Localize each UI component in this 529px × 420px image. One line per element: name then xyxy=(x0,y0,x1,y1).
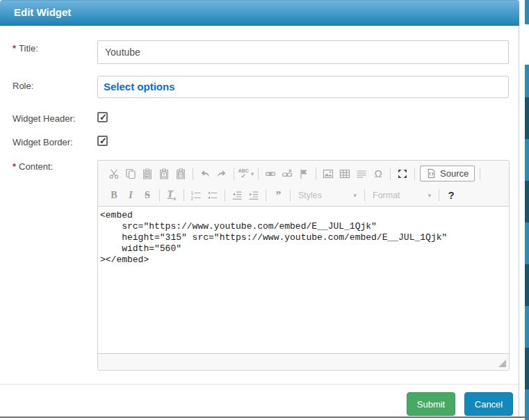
paste-text-icon[interactable]: T xyxy=(156,165,172,182)
redo-icon[interactable] xyxy=(213,165,230,182)
strike-icon[interactable]: S xyxy=(139,187,156,204)
source-button-label: Source xyxy=(440,168,469,179)
toolbar-separator xyxy=(390,168,391,180)
source-code-textarea[interactable]: <embed src="https://www.youtube.com/embe… xyxy=(98,206,509,354)
editor-toolbar-row-2: BISTx12’’Styles▾Format▾? xyxy=(98,184,509,206)
toolbar-separator xyxy=(225,189,225,202)
toolbar-separator xyxy=(316,168,316,180)
footer-divider xyxy=(0,384,519,385)
content-richtext-editor: TWABC✓▾ΩSource BISTx12’’Styles▾Format▾? … xyxy=(97,160,510,371)
select-options-link[interactable]: Select options xyxy=(104,81,175,92)
spellcheck-icon[interactable]: ABC✓▾ xyxy=(238,165,254,182)
dialog-header: Edit Widget xyxy=(0,0,519,26)
background-page-strip xyxy=(525,0,529,420)
undo-icon[interactable] xyxy=(197,165,213,182)
blockquote-icon[interactable]: ’’ xyxy=(270,187,286,204)
toolbar-separator xyxy=(480,168,480,180)
chevron-down-icon: ▾ xyxy=(353,192,357,199)
copy-icon[interactable] xyxy=(122,165,139,182)
special-char-icon[interactable]: Ω xyxy=(370,165,386,182)
toolbar-separator xyxy=(364,189,365,202)
widget-border-label: Widget Border: xyxy=(13,137,73,147)
source-button[interactable]: Source xyxy=(420,165,475,181)
toolbar-separator xyxy=(184,189,184,202)
toolbar-separator xyxy=(290,189,291,202)
window-bottom-edge xyxy=(0,417,529,418)
horizontal-rule-icon[interactable] xyxy=(353,165,370,182)
bulleted-list-icon[interactable] xyxy=(204,187,221,204)
table-icon[interactable] xyxy=(336,165,353,182)
submit-button[interactable]: Submit xyxy=(407,392,455,416)
widget-header-checkbox[interactable] xyxy=(97,112,108,122)
styles-dropdown[interactable]: Styles▾ xyxy=(294,191,361,200)
role-select-box: Select options xyxy=(97,76,509,98)
svg-text:W: W xyxy=(179,172,184,177)
link-icon[interactable] xyxy=(262,165,279,182)
toolbar-separator xyxy=(439,189,439,202)
italic-icon[interactable]: I xyxy=(122,187,139,204)
toolbar-separator xyxy=(193,168,193,180)
dialog-title: Edit Widget xyxy=(14,6,71,18)
svg-text:1: 1 xyxy=(191,191,194,195)
title-label: *Title: xyxy=(13,43,38,54)
indent-icon[interactable] xyxy=(245,187,262,204)
bold-icon[interactable]: B xyxy=(106,187,122,204)
widget-header-label: Widget Header: xyxy=(13,113,75,124)
image-icon[interactable] xyxy=(320,165,336,182)
role-label: Role: xyxy=(13,81,33,91)
title-input[interactable] xyxy=(97,40,509,64)
required-asterisk: * xyxy=(13,43,16,54)
widget-border-checkbox[interactable] xyxy=(97,136,108,146)
dialog-right-border xyxy=(519,26,519,417)
maximize-icon[interactable] xyxy=(394,165,411,182)
chevron-down-icon: ▾ xyxy=(428,192,431,199)
svg-text:2: 2 xyxy=(191,195,194,200)
editor-resize-handle[interactable] xyxy=(498,360,506,367)
outdent-icon[interactable] xyxy=(229,187,245,204)
toolbar-separator xyxy=(234,168,234,180)
cancel-button[interactable]: Cancel xyxy=(464,392,513,416)
toolbar-separator xyxy=(266,189,266,202)
toolbar-separator xyxy=(258,168,259,180)
unlink-icon[interactable] xyxy=(279,165,295,182)
paste-word-icon[interactable]: W xyxy=(172,165,189,182)
editor-bottom-bar xyxy=(98,354,509,370)
svg-text:T: T xyxy=(163,171,166,177)
paste-icon[interactable] xyxy=(139,165,156,182)
about-icon[interactable]: ? xyxy=(443,187,459,204)
cut-icon[interactable] xyxy=(106,165,122,182)
editor-toolbar-row-1: TWABC✓▾ΩSource xyxy=(98,161,509,184)
format-dropdown[interactable]: Format▾ xyxy=(368,191,435,200)
required-asterisk: * xyxy=(13,161,16,172)
toolbar-separator xyxy=(414,168,415,180)
numbered-list-icon[interactable]: 12 xyxy=(188,187,204,204)
remove-format-icon[interactable]: Tx xyxy=(163,187,180,204)
content-label: *Content: xyxy=(13,161,53,172)
toolbar-separator xyxy=(159,189,160,202)
anchor-icon[interactable] xyxy=(295,165,312,182)
